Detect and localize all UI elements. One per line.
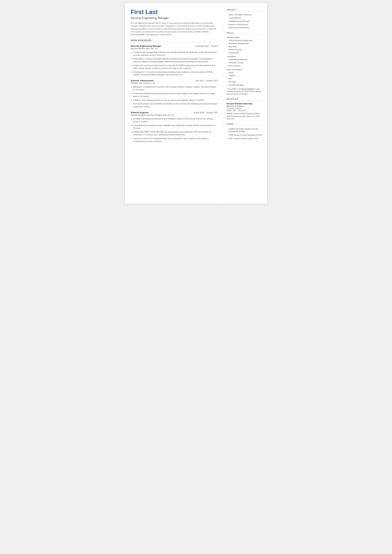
other-section-header: OTHER <box>227 123 263 126</box>
list-item: Conducted hourly scheduled Juniper upgra… <box>131 124 218 130</box>
skills-techniques-list: Vulnerability Assessment Penetration Tes… <box>227 58 263 67</box>
list-item: Conducted 15 IT security risk assessment… <box>131 71 218 76</box>
list-item: Assisted in providing first and second-l… <box>131 117 218 123</box>
list-item: GIAC Certified Incident Handler (GCIH). <box>227 137 263 140</box>
skills-note: · Don't forget to use Resume Worded to s… <box>227 88 263 95</box>
list-item: Launched a server and virtualization eff… <box>131 137 218 143</box>
list-item: Created and customized requirements for … <box>131 64 218 70</box>
job-1-bullets: Configured and managed RW's RSA Security… <box>131 51 218 76</box>
list-item: Installed 7 new operating systems on ove… <box>131 99 218 102</box>
list-item: Network Security <box>227 48 263 51</box>
candidate-title: Security Engineering Manager <box>131 16 218 20</box>
contact-item-github: github.com/resumeworded <box>227 26 263 29</box>
job-1-company: Resume Worded, New York, NY <box>131 48 218 50</box>
list-item: Vulnerability Assessment <box>227 58 263 61</box>
job-1-title: Security Engineering Manager <box>131 45 161 47</box>
list-item: Incident Response (Advanced) <box>227 39 263 42</box>
job-2-header: Systems Administrator June 2013 – Octobe… <box>131 79 218 82</box>
job-2-title: Systems Administrator <box>131 79 154 82</box>
job-2: Systems Administrator June 2013 – Octobe… <box>131 79 218 108</box>
contact-item-phone: +1-332-908-554 <box>227 17 263 19</box>
contact-item-email: email@resumeworded.com <box>227 20 263 22</box>
list-item: Splunk <box>227 71 263 74</box>
skills-note-prefix: · Don't forget to use <box>227 88 241 90</box>
job-3-header: Network Engineer August 2010 – January 2… <box>131 111 218 114</box>
education-degree: Bachelor of Science <box>227 105 263 107</box>
other-list: Certified Information Systems Security P… <box>227 128 263 140</box>
list-item: Safeguarded RWEC critical information by… <box>131 131 218 136</box>
job-1-dates: November 2015 – Present <box>196 45 218 47</box>
list-item: Maintained a comprehensive inventory of … <box>131 85 218 91</box>
job-1-header: Security Engineering Manager November 20… <box>131 45 218 47</box>
contact-item-location: Salem, OR (Open to Remote) <box>227 14 263 16</box>
job-3-bullets: Assisted in providing first and second-l… <box>131 117 218 143</box>
list-item: Binary Analysis <box>227 64 263 67</box>
skills-technical-label: Technical Skills: <box>227 36 263 38</box>
education-section-header: EDUCATION <box>227 98 263 101</box>
education-awards: Awards: Resume Worded Teaching Fellow (o… <box>227 112 263 120</box>
education-field: Computer Science <box>227 107 263 109</box>
skills-techniques-label: Techniques: <box>227 56 263 57</box>
list-item: Immunity Debugger <box>227 84 263 86</box>
list-item: IPS <box>227 78 263 80</box>
candidate-summary: Security engineering manager with 9+ yea… <box>131 22 218 36</box>
education-location: Boston, MA — July 2010 <box>227 110 263 112</box>
list-item: Networking (Experienced) <box>227 42 263 45</box>
resume-worded-link[interactable]: Resume Worded <box>241 88 254 90</box>
work-experience-header: WORK EXPERIENCE <box>131 39 218 42</box>
skills-technical-list: Incident Response (Advanced) Networking … <box>227 39 263 54</box>
job-3-company: Resume Worded's Exciting Company, New Yo… <box>131 114 218 116</box>
list-item: OWASP <box>227 74 263 77</box>
contact-section-header: CONTACT <box>227 9 263 12</box>
left-column: First Last Security Engineering Manager … <box>125 3 223 204</box>
candidate-name: First Last <box>131 9 218 15</box>
list-item: Penetration Testing <box>227 61 263 64</box>
contact-list: Salem, OR (Open to Remote) +1-332-908-55… <box>227 14 263 29</box>
contact-item-linkedin: linkedin.com/in/username <box>227 23 263 26</box>
list-item: Supervised a 7-member team that constant… <box>131 57 218 63</box>
education-school: Resume Worded University <box>227 103 263 105</box>
list-item: Decreased average server downtime at Gro… <box>131 102 218 108</box>
job-3-title: Network Engineer <box>131 111 149 114</box>
job-3-dates: August 2010 – January 2013 <box>194 112 218 114</box>
list-item: Cybersecurity <box>227 51 263 54</box>
right-column: CONTACT Salem, OR (Open to Remote) +1-33… <box>223 3 267 204</box>
job-2-bullets: Maintained a comprehensive inventory of … <box>131 85 218 108</box>
job-2-dates: June 2013 – October 2015 <box>195 79 218 82</box>
job-1: Security Engineering Manager November 20… <box>131 45 218 76</box>
list-item: CCNP Service Provider Operations (CCNP). <box>227 134 263 136</box>
list-item: Burp Suite <box>227 45 263 48</box>
list-item: Configured and managed RW's RSA Security… <box>131 51 218 57</box>
skills-tools-label: Tools and Software: <box>227 69 263 71</box>
list-item: Conducted patching processes that ensure… <box>131 92 218 98</box>
list-item: Certified Information Systems Security P… <box>227 128 263 133</box>
skills-section-header: SKILLS <box>227 32 263 35</box>
job-3: Network Engineer August 2010 – January 2… <box>131 111 218 143</box>
job-2-company: Growthsi, San Francisco, CA <box>131 82 218 84</box>
skills-tools-list: Splunk OWASP IPS Wireshark Immunity Debu… <box>227 71 263 86</box>
resume-page: First Last Security Engineering Manager … <box>125 3 267 204</box>
list-item: Wireshark <box>227 80 263 83</box>
